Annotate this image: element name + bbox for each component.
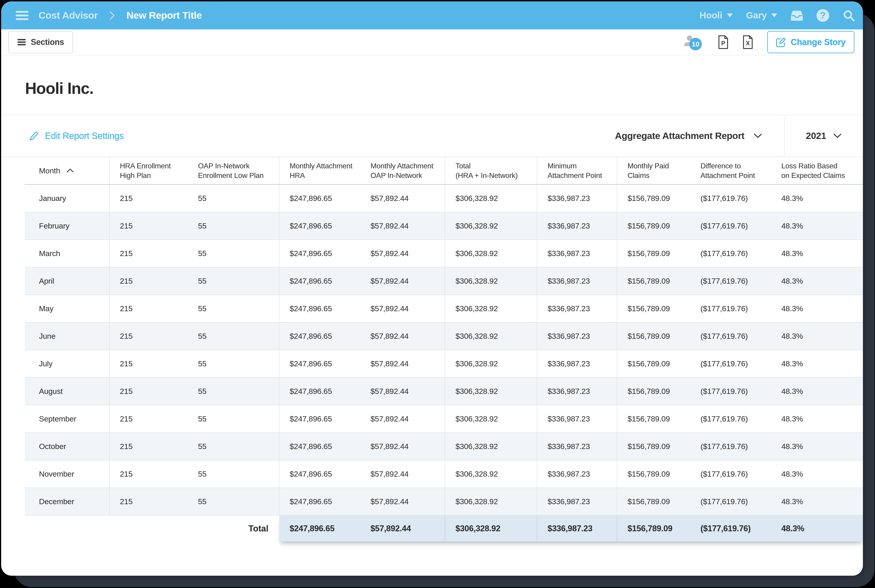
cell-value: $57,892.44: [360, 488, 445, 515]
cell-value: $156,789.09: [617, 212, 690, 239]
inbox-icon[interactable]: [791, 10, 803, 21]
viewers-indicator[interactable]: 10: [683, 33, 704, 51]
cell-value: $247,896.65: [279, 460, 360, 488]
column-header-9: Loss Ratio Based on Expected Claims: [771, 157, 863, 184]
cell-month: December: [25, 488, 110, 515]
year-dropdown[interactable]: 2021: [785, 130, 863, 141]
total-cell: $336,987.23: [537, 516, 617, 542]
table-row-march: March21555$247,896.65$57,892.44$306,328.…: [25, 240, 863, 267]
cell-value: $57,892.44: [360, 433, 445, 460]
cell-value: $156,789.09: [617, 488, 690, 515]
cell-value: 55: [188, 405, 279, 432]
report-header: Hooli Inc.: [1, 56, 863, 115]
cell-month: June: [25, 322, 110, 350]
total-values: $247,896.65$57,892.44$306,328.92$336,987…: [279, 516, 863, 542]
report-controls-row: Edit Report Settings Aggregate Attachmen…: [1, 115, 863, 157]
cell-value: 55: [188, 378, 279, 405]
cell-value: ($177,619.76): [690, 240, 771, 267]
cell-value: 48.3%: [771, 488, 863, 515]
cell-value: $247,896.65: [279, 322, 360, 350]
cell-value: 55: [188, 460, 279, 488]
cell-value: $247,896.65: [279, 488, 360, 515]
cell-value: 215: [110, 185, 188, 212]
sort-ascending-icon: [66, 168, 74, 172]
year-value: 2021: [806, 130, 826, 141]
table-header-row: MonthHRA Enrollment High PlanOAP In-Netw…: [25, 157, 863, 185]
cell-value: ($177,619.76): [690, 488, 771, 515]
total-cell: ($177,619.76): [690, 516, 771, 542]
cell-value: $306,328.92: [445, 488, 537, 515]
cell-month: April: [25, 267, 110, 295]
sections-button[interactable]: Sections: [8, 31, 73, 53]
cell-value: 48.3%: [771, 350, 863, 377]
report-toolbar: Sections 10 P: [1, 29, 863, 56]
cell-month: January: [25, 185, 110, 212]
cell-value: $57,892.44: [360, 350, 445, 377]
cell-value: ($177,619.76): [690, 405, 771, 432]
pdf-letter: P: [718, 40, 728, 47]
column-header-5: Total (HRA + In-Network): [445, 157, 537, 184]
edit-square-icon: [776, 37, 786, 47]
change-story-button[interactable]: Change Story: [767, 31, 854, 53]
page-title: New Report Title: [126, 10, 202, 21]
total-cell: $247,896.65: [279, 516, 360, 542]
cell-value: 215: [110, 267, 188, 295]
cell-value: $57,892.44: [360, 212, 445, 239]
brand-link[interactable]: Cost Advisor: [39, 10, 98, 21]
pencil-icon: [29, 131, 39, 141]
table-row-april: April21555$247,896.65$57,892.44$306,328.…: [25, 267, 863, 295]
excel-letter: X: [743, 40, 753, 47]
table-row-august: August21555$247,896.65$57,892.44$306,328…: [25, 378, 863, 405]
cell-value: $306,328.92: [445, 378, 537, 405]
report-type-dropdown[interactable]: Aggregate Attachment Report: [615, 130, 762, 141]
cell-value: 215: [110, 405, 188, 432]
cell-month: August: [25, 378, 110, 405]
search-icon[interactable]: [842, 9, 855, 22]
sections-label: Sections: [31, 38, 64, 47]
cell-value: $306,328.92: [445, 322, 537, 350]
cell-value: 55: [188, 322, 279, 350]
menu-icon[interactable]: [16, 11, 29, 20]
column-header-7: Monthly Paid Claims: [617, 157, 690, 184]
cell-value: $336,987.23: [537, 295, 617, 322]
cell-value: $306,328.92: [445, 295, 537, 322]
cell-value: $336,987.23: [537, 460, 617, 488]
table-total-row: Total $247,896.65$57,892.44$306,328.92$3…: [25, 516, 863, 542]
export-excel-button[interactable]: X: [743, 35, 753, 49]
total-cell: $306,328.92: [445, 516, 537, 542]
table-row-may: May21555$247,896.65$57,892.44$306,328.92…: [25, 295, 863, 322]
cell-value: $336,987.23: [537, 350, 617, 377]
table-body: January21555$247,896.65$57,892.44$306,32…: [25, 185, 863, 516]
cell-value: $247,896.65: [279, 433, 360, 460]
cell-value: $336,987.23: [537, 433, 617, 460]
export-pdf-button[interactable]: P: [718, 35, 728, 49]
cell-value: $336,987.23: [537, 212, 617, 239]
cell-value: $247,896.65: [279, 240, 360, 267]
column-header-0[interactable]: Month: [25, 157, 110, 184]
cell-value: $336,987.23: [537, 185, 617, 212]
cell-value: 48.3%: [771, 267, 863, 295]
table-row-september: September21555$247,896.65$57,892.44$306,…: [25, 405, 863, 433]
help-icon[interactable]: ?: [816, 9, 829, 22]
column-header-6: Minimum Attachment Point: [537, 157, 617, 184]
top-navigation-bar: Cost Advisor New Report Title Hooli Gary: [1, 2, 863, 29]
chevron-down-icon: [833, 133, 842, 138]
cell-value: $156,789.09: [617, 460, 690, 488]
cell-value: $247,896.65: [279, 378, 360, 405]
cell-value: $306,328.92: [445, 405, 537, 432]
total-label: Total: [25, 516, 279, 542]
table-row-november: November21555$247,896.65$57,892.44$306,3…: [25, 460, 863, 488]
user-menu[interactable]: Gary: [746, 10, 777, 21]
cell-value: $247,896.65: [279, 185, 360, 212]
table-row-october: October21555$247,896.65$57,892.44$306,32…: [25, 433, 863, 460]
account-menu[interactable]: Hooli: [699, 10, 733, 21]
cell-value: $57,892.44: [360, 185, 445, 212]
cell-value: $247,896.65: [279, 212, 360, 239]
table-row-february: February21555$247,896.65$57,892.44$306,3…: [25, 212, 863, 240]
cell-value: $336,987.23: [537, 240, 617, 267]
chevron-down-icon: [753, 133, 762, 138]
edit-report-settings-link[interactable]: Edit Report Settings: [29, 131, 124, 141]
cell-value: 48.3%: [771, 212, 863, 239]
cell-value: 55: [188, 488, 279, 515]
cell-month: May: [25, 295, 110, 322]
